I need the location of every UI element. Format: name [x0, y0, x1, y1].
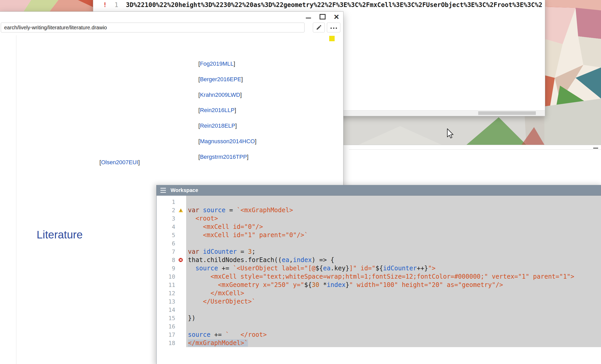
error-gutter-marker: ! [103, 1, 107, 9]
workspace-window: Workspace 123456789101112131415161718 va… [156, 185, 601, 364]
gutter-row: 5 [157, 231, 186, 239]
desktop-wallpaper-strip [343, 116, 544, 145]
gutter-row: 4 [157, 223, 186, 231]
line-number: 18 [157, 340, 175, 346]
gutter-row: 6 [157, 239, 186, 248]
line-number: 13 [157, 298, 175, 305]
gutter-row: 10 [157, 272, 186, 281]
maximize-button[interactable] [319, 13, 326, 20]
line-number: 9 [157, 265, 175, 272]
url-bar [0, 21, 343, 35]
gutter-row: 15 [157, 314, 186, 322]
citation-link[interactable]: [Olsen2007EUI] [99, 159, 140, 166]
code-line[interactable]: <mxCell style="text;whiteSpace=wrap;html… [186, 272, 601, 281]
minimize-button[interactable] [305, 13, 312, 20]
line-number: 6 [157, 240, 175, 247]
line-number: 10 [157, 273, 175, 280]
gutter-row: 9 [157, 264, 186, 272]
close-icon: × [334, 13, 339, 20]
diagram-title[interactable]: Literature [37, 229, 83, 241]
more-button[interactable] [327, 23, 340, 32]
line-number: 5 [157, 232, 175, 238]
window-controls: × [305, 13, 340, 20]
gutter-row: 7 [157, 248, 186, 256]
ellipsis-icon [330, 26, 337, 30]
line-number: 1 [114, 1, 118, 9]
code-line[interactable]: <mxGeometry x="250" y="${30 *index}" wid… [186, 281, 601, 289]
workspace-title: Workspace [171, 187, 198, 193]
mouse-cursor [447, 128, 454, 139]
warning-icon [175, 208, 186, 212]
code-line[interactable]: var source = `<mxGraphModel> [186, 206, 601, 214]
gutter-row: 16 [157, 322, 186, 331]
minimize-icon [306, 18, 311, 18]
divider-line [349, 149, 601, 150]
desktop-wallpaper-top-left [0, 0, 93, 12]
code-line[interactable]: </mxCell> [186, 289, 601, 297]
code-line[interactable]: <mxCell id="0"/> [186, 223, 601, 231]
citation-link[interactable]: [Fog2019MLL] [198, 60, 235, 68]
yellow-marker [329, 36, 335, 41]
gutter-row: 17 [157, 331, 186, 339]
gutter-row: 2 [157, 206, 186, 214]
edit-button[interactable] [313, 23, 325, 32]
citation-link[interactable]: [Bergstrm2016TPP] [198, 153, 248, 161]
line-number: 2 [157, 207, 175, 214]
code-line[interactable]: <mxCell id="1" parent="0"/>` [186, 231, 601, 239]
line-number: 16 [157, 323, 175, 330]
code-line[interactable]: source += ` </root> [186, 331, 601, 339]
code-line[interactable]: source += `<UserObject label="[@${ea.key… [186, 264, 601, 272]
gutter-row: 13 [157, 297, 186, 306]
line-number: 11 [157, 282, 175, 288]
citation-link[interactable]: [Berger2016EPE] [198, 75, 243, 83]
error-icon [175, 258, 186, 262]
code-line[interactable] [186, 198, 601, 206]
divider-dash [593, 148, 598, 149]
pencil-icon [316, 25, 322, 30]
gutter-row: 14 [157, 306, 186, 314]
file-path-input[interactable] [1, 23, 305, 32]
line-number: 12 [157, 290, 175, 297]
line-number: 17 [157, 332, 175, 338]
close-button[interactable]: × [333, 13, 340, 20]
code-line[interactable] [186, 306, 601, 314]
line-number: 1 [157, 199, 175, 205]
gutter-row: 12 [157, 289, 186, 297]
line-number: 3 [157, 215, 175, 222]
wallpaper-strip-shapes [343, 116, 544, 145]
code-line[interactable]: that.childNodes.forEach((ea,index) => { [186, 256, 601, 264]
code-line[interactable]: </mxGraphModel>` [186, 339, 601, 347]
citation-link[interactable]: [Krahn2009LWD] [198, 91, 242, 99]
desktop-wallpaper-right [544, 0, 601, 145]
canvas-edge-line [16, 35, 16, 364]
code-editor[interactable]: 123456789101112131415161718 var source =… [157, 196, 601, 364]
gutter-row: 18 [157, 339, 186, 347]
gutter-row: 3 [157, 214, 186, 223]
citation-link[interactable]: [Rein2018ELP] [198, 122, 237, 130]
gutter-row: 8 [157, 256, 186, 264]
encoded-xml-code-line: 3D%22100%22%20height%3D%2230%22%20as%3D%… [126, 1, 544, 9]
code-line[interactable]: }) [186, 314, 601, 322]
citation-link[interactable]: [Magnusson2014HCO] [198, 138, 256, 145]
gutter-row: 11 [157, 281, 186, 289]
code-line[interactable]: <root> [186, 214, 601, 223]
code-line[interactable]: var idCounter = 3; [186, 248, 601, 256]
line-number: 15 [157, 315, 175, 321]
menu-icon[interactable] [160, 187, 166, 193]
code-line[interactable]: </UserObject>` [186, 297, 601, 306]
maximize-icon [320, 14, 326, 19]
gutter-row: 1 [157, 198, 186, 206]
code-line[interactable] [186, 322, 601, 331]
line-number: 8 [157, 257, 175, 263]
line-number: 14 [157, 307, 175, 313]
code-area[interactable]: var source = `<mxGraphModel> <root> <mxC… [186, 196, 601, 364]
line-number: 4 [157, 224, 175, 230]
line-number: 7 [157, 249, 175, 255]
editor-gutter: 123456789101112131415161718 [157, 196, 186, 364]
code-line[interactable] [186, 239, 601, 248]
citation-link[interactable]: [Rein2016LLP] [198, 106, 236, 114]
horizontal-scrollbar-thumb[interactable] [478, 111, 536, 115]
workspace-titlebar[interactable]: Workspace [157, 185, 601, 196]
drawio-titlebar: × [0, 12, 343, 21]
